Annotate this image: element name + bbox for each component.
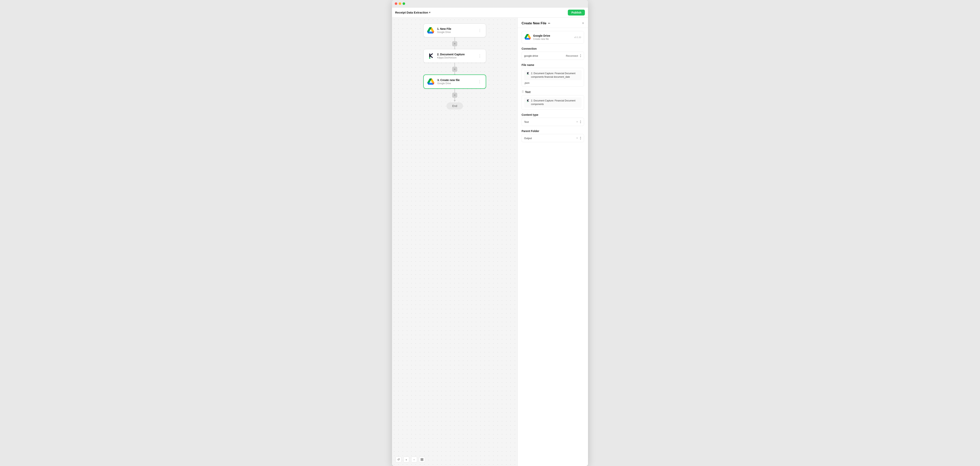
sidebar: Create New File ✏ × <box>517 18 588 466</box>
svg-point-1 <box>429 57 430 59</box>
node-1-info: 1. New File Google Drive <box>437 27 474 34</box>
filename-label: File name <box>522 63 584 67</box>
connector-arrow-2 <box>455 72 455 75</box>
svg-point-7 <box>527 74 528 75</box>
flow-node-1[interactable]: 1. New File Google Drive ⋮ <box>423 24 486 37</box>
flow-canvas[interactable]: 1. New File Google Drive ⋮ + <box>392 18 517 466</box>
traffic-lights <box>395 2 405 5</box>
app-title[interactable]: Receipt Data Extraction ▾ <box>395 11 430 14</box>
main-area: 1. New File Google Drive ⋮ + <box>392 18 588 466</box>
node-2-subtitle: Klippa DocHorizon <box>437 56 474 59</box>
text-label: Text <box>525 91 531 94</box>
svg-rect-5 <box>422 460 423 461</box>
zoom-out-button[interactable]: − <box>411 456 417 463</box>
flow-node-3[interactable]: 3. Create new file Google Drive ⋮ <box>423 75 486 89</box>
connector-line <box>455 37 455 41</box>
zoom-in-button[interactable]: + <box>403 456 409 463</box>
sidebar-title: Create New File ✏ <box>522 21 550 25</box>
service-info: Google Drive Create new file <box>533 34 572 40</box>
google-drive-icon-1 <box>427 27 434 34</box>
node-3-title: 3. Create new file <box>437 78 474 81</box>
connection-chevrons[interactable]: ▲ ▼ <box>579 54 582 58</box>
parent-folder-value: Output <box>524 137 532 140</box>
flow-container: 1. New File Google Drive ⋮ + <box>423 24 486 110</box>
add-step-button-2[interactable]: + <box>452 67 457 72</box>
titlebar <box>392 0 588 8</box>
node-3-menu[interactable]: ⋮ <box>477 79 482 84</box>
service-name: Google Drive <box>533 34 572 37</box>
google-drive-icon-3 <box>427 78 435 86</box>
node-2-menu[interactable]: ⋮ <box>477 53 483 59</box>
minimize-button[interactable] <box>399 2 401 5</box>
connector-arrow <box>455 46 455 49</box>
connection-actions: Reconnect ▲ ▼ <box>566 54 582 58</box>
add-step-button-3[interactable]: + <box>452 93 457 98</box>
node-2-info: 2. Document Capture Klippa DocHorizon <box>437 53 474 59</box>
maximize-button[interactable] <box>402 2 405 5</box>
parent-folder-label: Parent Folder <box>522 129 584 132</box>
close-icon[interactable]: × <box>582 21 584 25</box>
service-version: v0.5.30 <box>574 36 581 38</box>
reconnect-label[interactable]: Reconnect <box>566 54 578 57</box>
content-type-clear[interactable]: × <box>576 120 578 124</box>
node-1-subtitle: Google Drive <box>437 31 474 34</box>
svg-rect-2 <box>421 458 422 459</box>
node-3-subtitle: Google Drive <box>437 82 474 85</box>
filename-field-group: File name 2. Document Capture: Financial… <box>522 63 584 86</box>
svg-rect-3 <box>422 458 423 459</box>
sidebar-title-text: Create New File <box>522 21 546 25</box>
text-input[interactable]: 2. Document Capture: Financial Document … <box>522 95 584 110</box>
connector-line-3 <box>455 89 455 93</box>
klippa-icon-2 <box>427 52 434 60</box>
connection-value: google-drive <box>524 54 538 57</box>
connector-3: + <box>452 89 457 101</box>
add-step-button-1[interactable]: + <box>452 41 457 46</box>
sidebar-body: Google Drive Create new file v0.5.30 Con… <box>518 28 588 145</box>
content-type-actions: × ▲ ▼ <box>576 120 582 124</box>
drag-handle-icon[interactable]: ⠿ <box>522 90 524 94</box>
publish-button[interactable]: Publish <box>568 10 585 16</box>
canvas-controls: ↺ + − <box>396 456 425 463</box>
fit-button[interactable] <box>419 456 425 463</box>
content-type-input[interactable]: Text × ▲ ▼ <box>522 118 584 126</box>
filename-badge: 2. Document Capture: Financial Document … <box>524 70 582 80</box>
content-type-chevrons[interactable]: ▲ ▼ <box>579 120 582 124</box>
service-icon <box>525 34 531 41</box>
parent-folder-clear[interactable]: × <box>576 136 578 140</box>
refresh-button[interactable]: ↺ <box>396 456 401 463</box>
connection-field-group: Connection google-drive Reconnect ▲ ▼ <box>522 47 584 60</box>
filename-input[interactable]: 2. Document Capture: Financial Document … <box>522 68 584 86</box>
title-text: Receipt Data Extraction <box>395 11 428 14</box>
connection-label: Connection <box>522 47 584 50</box>
connection-input[interactable]: google-drive Reconnect ▲ ▼ <box>522 52 584 60</box>
app-header: Receipt Data Extraction ▾ Publish <box>392 8 588 18</box>
close-button[interactable] <box>395 2 397 5</box>
filename-suffix: .json <box>524 81 582 85</box>
parent-folder-input[interactable]: Output × ▲ ▼ <box>522 134 584 142</box>
app-window: Receipt Data Extraction ▾ Publish <box>392 0 588 466</box>
svg-rect-4 <box>421 460 422 461</box>
parent-folder-chevrons[interactable]: ▲ ▼ <box>579 136 582 140</box>
connector-line-2 <box>455 63 455 67</box>
content-type-field-group: Content type Text × ▲ ▼ <box>522 113 584 126</box>
node-1-title: 1. New File <box>437 27 474 30</box>
edit-icon[interactable]: ✏ <box>548 22 550 25</box>
connector-1: + <box>452 37 457 49</box>
node-2-title: 2. Document Capture <box>437 53 474 56</box>
svg-point-9 <box>527 101 528 102</box>
node-3-info: 3. Create new file Google Drive <box>437 78 474 85</box>
text-field-group: ⠿ Text 2. Document Capture: Financial Do… <box>522 90 584 110</box>
node-1-menu[interactable]: ⋮ <box>477 28 483 33</box>
parent-folder-actions: × ▲ ▼ <box>576 136 582 140</box>
text-badge-text: 2. Document Capture: Financial Document … <box>531 99 579 106</box>
end-node: End <box>447 102 463 110</box>
service-action: Create new file <box>533 38 572 40</box>
text-field-label: ⠿ Text <box>522 90 584 94</box>
content-type-value: Text <box>524 120 529 123</box>
content-type-label: Content type <box>522 113 584 116</box>
filename-badge-text: 2. Document Capture: Financial Document … <box>531 72 579 79</box>
flow-node-2[interactable]: 2. Document Capture Klippa DocHorizon ⋮ <box>423 49 486 63</box>
text-badge: 2. Document Capture: Financial Document … <box>524 97 582 107</box>
connector-2: + <box>452 63 457 75</box>
service-card: Google Drive Create new file v0.5.30 <box>522 31 584 43</box>
